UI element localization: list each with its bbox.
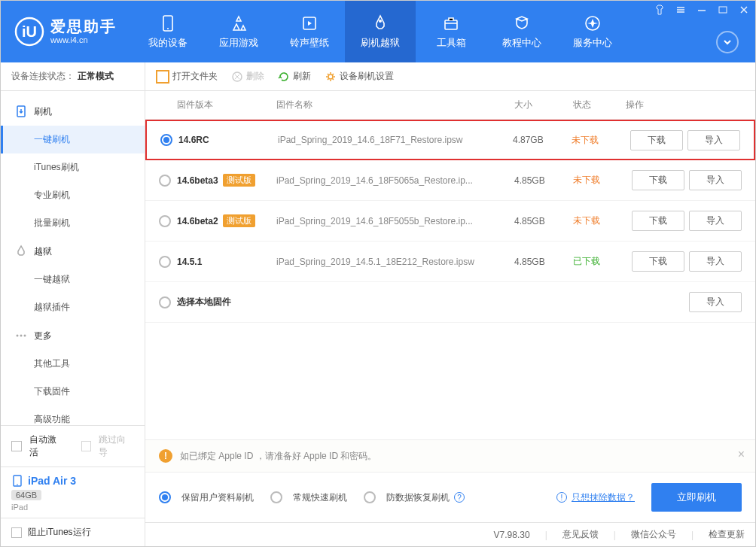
svg-point-3 [167,28,169,29]
top-tab-2[interactable]: 铃声壁纸 [274,1,345,62]
download-button[interactable]: 下载 [632,211,684,231]
flash-options: 保留用户资料刷机常规快速刷机防数据恢复刷机 ? ! 只想抹除数据？ 立即刷机 [145,472,755,522]
option-radio[interactable] [364,491,376,503]
svg-text:iU: iU [22,23,37,40]
row-radio[interactable] [159,215,171,227]
wechat-link[interactable]: 微信公众号 [631,528,676,541]
svg-rect-6 [445,20,457,29]
svg-rect-8 [719,7,727,13]
refresh-button[interactable]: 刷新 [278,70,311,83]
sidebar-item[interactable]: 批量刷机 [1,209,145,237]
import-button[interactable]: 导入 [689,251,742,272]
device-settings-button[interactable]: 设备刷机设置 [325,70,394,83]
tablet-icon [11,475,23,487]
sidebar-item[interactable]: 专业刷机 [1,181,145,209]
top-tab-6[interactable]: 服务中心 [557,1,628,62]
sidebar: 刷机一键刷机iTunes刷机专业刷机批量刷机越狱一键越狱越狱插件更多其他工具下载… [1,91,145,546]
expand-down-icon[interactable] [716,31,739,53]
feedback-link[interactable]: 意见反馈 [562,528,599,541]
top-tab-0[interactable]: 我的设备 [133,1,203,62]
import-button[interactable]: 导入 [689,211,742,231]
download-button[interactable]: 下载 [632,170,684,190]
group-icon [14,245,28,258]
svg-point-12 [20,335,23,337]
check-update-link[interactable]: 检查更新 [709,528,745,541]
firmware-row[interactable]: 14.6beta2测试版iPad_Spring_2019_14.6_18F505… [145,201,755,242]
col-version: 固件版本 [177,99,276,111]
row-radio[interactable] [159,256,171,268]
sidebar-item[interactable]: 一键越狱 [1,266,145,293]
flash-option-2[interactable]: 防数据恢复刷机 ? [364,491,465,504]
sidebar-item[interactable]: 下载固件 [1,378,145,406]
tab-label: 服务中心 [573,36,612,50]
top-tab-4[interactable]: 工具箱 [416,1,486,62]
import-button[interactable]: 导入 [687,130,740,150]
delete-label: 删除 [246,70,264,83]
skip-wizard-checkbox[interactable] [81,441,92,451]
tab-label: 应用游戏 [219,36,258,50]
help-icon[interactable]: ? [454,492,465,503]
import-button[interactable]: 导入 [689,170,742,190]
device-name: iPad Air 3 [28,475,76,487]
top-tab-1[interactable]: 应用游戏 [203,1,274,62]
option-label: 保留用户资料刷机 [181,491,254,504]
tab-icon-3 [370,14,390,33]
skip-wizard-label: 跳过向导 [99,433,134,459]
group-icon [14,329,28,342]
firmware-size: 4.85GB [514,175,573,186]
win-menu-icon[interactable] [674,4,687,16]
svg-point-10 [328,74,333,79]
tab-icon-6 [583,14,602,33]
tab-label: 教程中心 [502,36,541,50]
download-button[interactable]: 下载 [632,251,684,272]
warning-icon: ! [159,449,172,463]
firmware-row[interactable]: 14.6RCiPad_Spring_2019_14.6_18F71_Restor… [145,120,755,160]
close-notice-icon[interactable]: × [738,448,745,461]
flash-option-1[interactable]: 常规快速刷机 [270,491,347,504]
firmware-row[interactable]: 14.6beta3测试版iPad_Spring_2019_14.6_18F506… [145,160,755,201]
sidebar-group-0[interactable]: 刷机 [1,97,145,126]
appleid-notice: ! 如已绑定 Apple ID ，请准备好 Apple ID 和密码。 × [145,439,755,472]
sidebar-group-2[interactable]: 更多 [1,321,145,350]
option-radio[interactable] [159,491,171,503]
row-radio[interactable] [159,175,171,187]
firmware-row[interactable]: 选择本地固件导入 [145,282,755,323]
download-button[interactable]: 下载 [630,130,683,150]
svg-point-14 [24,335,26,337]
sidebar-item[interactable]: 一键刷机 [1,126,145,153]
sidebar-group-1[interactable]: 越狱 [1,237,145,266]
flash-now-button[interactable]: 立即刷机 [651,483,742,512]
sidebar-item[interactable]: 高级功能 [1,406,145,425]
delete-button[interactable]: 删除 [231,70,264,83]
auto-activate-checkbox[interactable] [11,441,22,451]
option-radio[interactable] [270,491,282,503]
sidebar-item[interactable]: iTunes刷机 [1,153,145,181]
option-label: 防数据恢复刷机 [386,491,450,504]
block-itunes-label: 阻止iTunes运行 [28,526,91,539]
row-radio[interactable] [160,134,172,146]
top-tab-5[interactable]: 教程中心 [486,1,557,62]
row-radio[interactable] [159,296,171,308]
win-minimize-icon[interactable] [695,4,709,16]
open-folder-button[interactable]: 打开文件夹 [156,70,218,84]
block-itunes-checkbox[interactable] [11,527,22,538]
refresh-label: 刷新 [293,70,311,83]
erase-link-label: 只想抹除数据？ [572,491,635,504]
firmware-row[interactable]: 14.5.1iPad_Spring_2019_14.5.1_18E212_Res… [145,242,755,282]
flash-option-0[interactable]: 保留用户资料刷机 [159,491,254,504]
win-maximize-icon[interactable] [716,4,730,16]
import-button[interactable]: 导入 [689,292,742,312]
erase-only-link[interactable]: ! 只想抹除数据？ [556,491,635,504]
toolbar: 设备连接状态：正常模式 打开文件夹 删除 刷新 设备刷机设置 [1,62,755,91]
device-info[interactable]: iPad Air 3 64GB iPad [1,466,145,518]
win-close-icon[interactable] [737,4,751,16]
group-label: 更多 [34,330,52,342]
top-tab-3[interactable]: 刷机越狱 [345,1,416,62]
logo: iU 爱思助手 www.i4.cn [1,1,133,62]
sidebar-item[interactable]: 越狱插件 [1,293,145,321]
sidebar-item[interactable]: 其他工具 [1,350,145,378]
tab-icon-4 [441,14,461,33]
device-storage: 64GB [11,490,41,500]
win-skin-icon[interactable] [653,4,666,16]
version-text: 14.6beta3 [177,175,218,186]
